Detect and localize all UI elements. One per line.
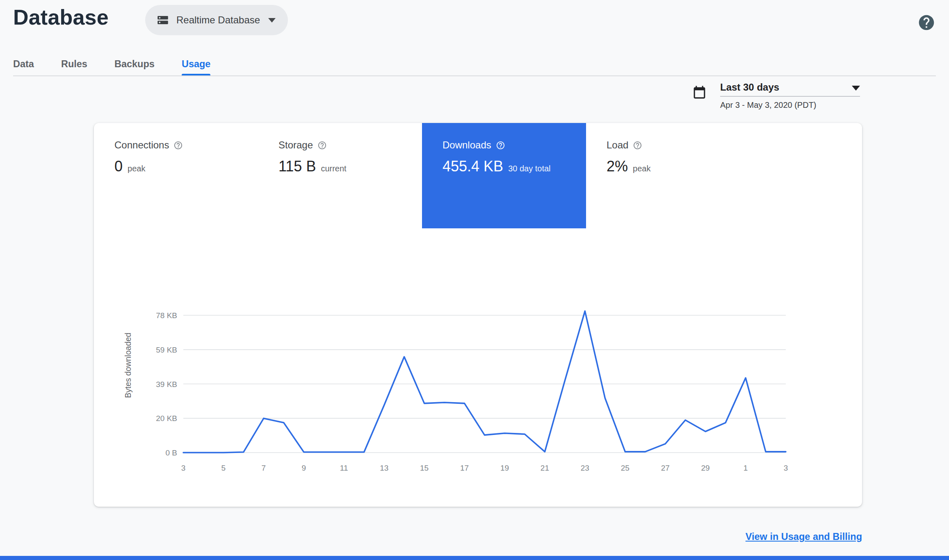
svg-text:23: 23 (581, 464, 589, 472)
tab-rules[interactable]: Rules (61, 52, 87, 75)
database-icon (156, 13, 170, 27)
metric-value: 455.4 KB (443, 158, 503, 175)
metric-value: 115 B (278, 158, 316, 175)
help-outline-icon (173, 141, 183, 150)
metric-unit: current (321, 164, 346, 173)
date-range-body: Last 30 days Apr 3 - May 3, 2020 (PDT) (720, 82, 860, 110)
metric-unit: peak (128, 164, 145, 173)
metric-connections[interactable]: Connections 0 peak (94, 123, 258, 228)
svg-text:5: 5 (221, 464, 226, 472)
svg-text:13: 13 (380, 464, 388, 472)
svg-text:3: 3 (784, 464, 788, 472)
metric-value: 2% (607, 158, 628, 175)
tab-bar: Data Rules Backups Usage (13, 52, 210, 75)
svg-text:20 KB: 20 KB (156, 414, 177, 423)
tabs-divider (13, 75, 936, 76)
date-range-row: Last 30 days (720, 82, 860, 93)
metric-unit: 30 day total (508, 164, 550, 173)
svg-text:1: 1 (744, 464, 748, 472)
date-range-detail: Apr 3 - May 3, 2020 (PDT) (720, 100, 860, 110)
help-icon (917, 14, 935, 32)
calendar-icon (692, 85, 707, 100)
svg-text:27: 27 (661, 464, 670, 472)
svg-text:19: 19 (500, 464, 509, 472)
svg-text:11: 11 (340, 464, 348, 472)
metric-label-row: Connections (114, 139, 258, 151)
chevron-down-icon (852, 86, 860, 91)
help-outline-icon (633, 141, 642, 150)
metric-label-row: Load (607, 139, 750, 151)
svg-text:7: 7 (262, 464, 266, 472)
metric-label-row: Storage (278, 139, 422, 151)
metric-unit: peak (633, 164, 650, 173)
metric-label-row: Downloads (443, 139, 586, 151)
svg-text:3: 3 (181, 464, 186, 472)
help-button[interactable] (917, 14, 935, 32)
metric-downloads[interactable]: Downloads 455.4 KB 30 day total (422, 123, 586, 228)
date-range-picker[interactable]: Last 30 days Apr 3 - May 3, 2020 (PDT) (692, 82, 860, 110)
help-outline-icon (496, 141, 505, 150)
tab-data[interactable]: Data (13, 52, 34, 75)
metric-label: Storage (278, 139, 313, 151)
page-title: Database (13, 5, 109, 30)
metric-value: 0 (114, 158, 123, 175)
database-selector[interactable]: Realtime Database (145, 5, 288, 35)
svg-text:29: 29 (701, 464, 710, 472)
metric-value-row: 2% peak (607, 158, 750, 175)
metric-value-row: 455.4 KB 30 day total (443, 158, 586, 175)
date-range-underline (720, 96, 860, 97)
tab-usage[interactable]: Usage (182, 52, 211, 75)
svg-text:17: 17 (460, 464, 469, 472)
metric-storage[interactable]: Storage 115 B current (258, 123, 422, 228)
tab-backups[interactable]: Backups (114, 52, 155, 75)
usage-card: Connections 0 peak Storage 115 B current… (94, 123, 862, 507)
svg-text:39 KB: 39 KB (156, 380, 177, 389)
usage-line-chart: 0 B20 KB39 KB59 KB78 KB35791113151719212… (94, 295, 862, 488)
svg-text:21: 21 (541, 464, 549, 472)
view-usage-billing-link[interactable]: View in Usage and Billing (746, 531, 862, 542)
svg-text:0 B: 0 B (165, 448, 177, 457)
svg-text:9: 9 (302, 464, 306, 472)
svg-text:15: 15 (420, 464, 429, 472)
date-range-preset: Last 30 days (720, 82, 779, 93)
chevron-down-icon (268, 18, 276, 23)
svg-text:78 KB: 78 KB (156, 311, 177, 320)
metric-value-row: 115 B current (278, 158, 422, 175)
footer-bar (0, 556, 949, 560)
metric-label: Connections (114, 139, 169, 151)
svg-text:25: 25 (621, 464, 630, 472)
metric-label: Load (607, 139, 628, 151)
metric-load[interactable]: Load 2% peak (586, 123, 750, 228)
svg-text:59 KB: 59 KB (156, 346, 177, 354)
metric-label: Downloads (443, 139, 491, 151)
help-outline-icon (317, 141, 327, 150)
database-selector-label: Realtime Database (176, 14, 260, 26)
metric-value-row: 0 peak (114, 158, 258, 175)
